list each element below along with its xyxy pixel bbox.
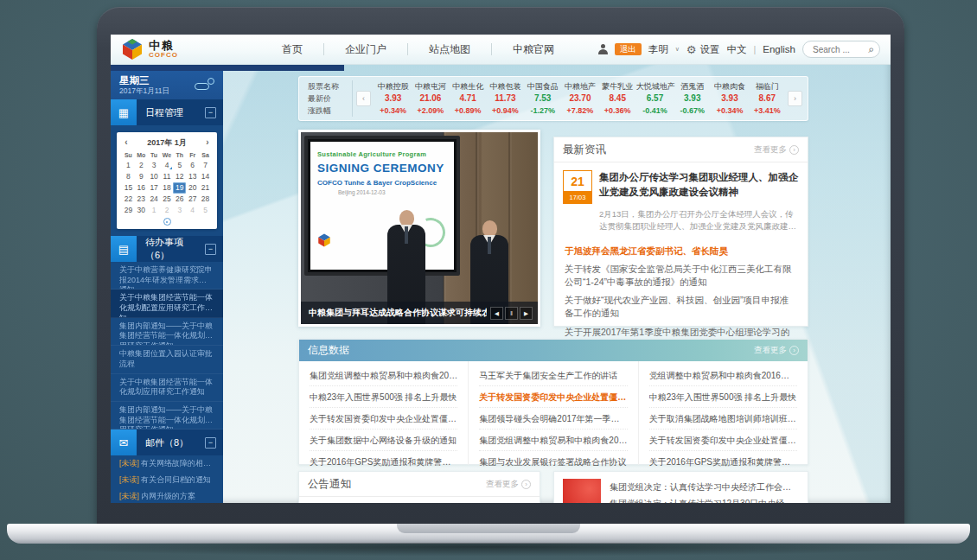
presentation-screen: Sustainable Agriculture Program SIGNING … bbox=[304, 136, 460, 276]
calendar-day[interactable]: 26 bbox=[173, 194, 186, 205]
party-link[interactable]: 集团党组决定：认真传达学习中央经济工作会议和中央农村工作委员会... bbox=[610, 479, 799, 495]
user-name[interactable]: 李明 bbox=[648, 43, 668, 56]
info-link[interactable]: 关于2016年GPS奖励通报和黄牌警告单位的决定 bbox=[310, 451, 457, 472]
todo-item[interactable]: 中粮集团位置入园认证审批流程 bbox=[111, 346, 223, 373]
calendar-day[interactable]: 30 bbox=[135, 205, 148, 216]
calendar-day-selected[interactable]: 19 bbox=[173, 182, 186, 194]
settings-label[interactable]: 设置 bbox=[699, 43, 719, 56]
carousel-caption[interactable]: 中粮集团与拜耳达成战略合作协议谋求可持续农业发展 bbox=[309, 307, 487, 319]
calendar-day[interactable]: 7 bbox=[199, 160, 212, 171]
info-link[interactable]: 党组调整中粮贸易和中粮肉食2016年度预算 bbox=[649, 365, 797, 386]
todo-item[interactable]: 关于中粮营养健康研究院申报2014年研发管理需求的通知 bbox=[111, 262, 223, 290]
cofco-logo[interactable]: 中粮 COFCO bbox=[121, 38, 178, 60]
calendar-day[interactable]: 15 bbox=[122, 182, 135, 194]
menu-item-official-site[interactable]: 中粮官网 bbox=[491, 43, 575, 55]
todo-item-selected[interactable]: 关于中粮集团经营节能一体化规划配置应用研究工作通知 bbox=[111, 290, 223, 317]
party-link[interactable]: 集团党组决定：认真传达学习12月30日中央经济工作会议学习记录... bbox=[610, 495, 799, 503]
calendar-day[interactable]: 16 bbox=[135, 182, 148, 194]
todo-item[interactable]: 集团内部通知——关于中粮集团经营节能一体化规划应用研究工作通知 bbox=[111, 402, 223, 430]
carousel-prev-button[interactable]: ◀ bbox=[490, 307, 503, 320]
todo-item[interactable]: 集团内部通知——关于中粮集团经营节能一体化规划应用研究工作通知 bbox=[111, 318, 223, 346]
calendar-day[interactable]: 10 bbox=[148, 171, 161, 182]
collapse-mail-button[interactable]: − bbox=[205, 437, 216, 449]
info-link[interactable]: 关于转发国资委印发中央企业处置僵尸企业和开展特... bbox=[310, 408, 457, 430]
calendar-day-muted[interactable]: 1 bbox=[148, 205, 161, 216]
logout-button[interactable]: 退出 bbox=[615, 43, 642, 55]
menu-item-portal[interactable]: 企业门户 bbox=[323, 43, 407, 55]
calendar-day[interactable]: 17 bbox=[148, 182, 161, 194]
news-more-link[interactable]: 查看更多› bbox=[754, 144, 799, 156]
carousel-pause-button[interactable]: ‖ bbox=[505, 307, 518, 320]
calendar-day[interactable]: 8 bbox=[122, 171, 135, 182]
info-link[interactable]: 关于集团数据中心网络设备升级的通知 bbox=[310, 430, 457, 451]
calendar-today-icon[interactable] bbox=[163, 218, 171, 226]
news-link[interactable]: 关于做好“现代农业产业园、科技园、创业园”项目申报准备工作的通知 bbox=[565, 294, 797, 320]
ticker-next-button[interactable]: › bbox=[788, 91, 802, 106]
calendar-next-button[interactable]: › bbox=[203, 137, 212, 148]
calendar-day[interactable]: 1 bbox=[122, 160, 135, 171]
ticker-label-name: 股票名称 bbox=[308, 80, 352, 92]
calendar-day[interactable]: 3 bbox=[148, 160, 161, 171]
ticker-prev-button[interactable]: ‹ bbox=[356, 91, 371, 106]
calendar-day[interactable]: 21 bbox=[199, 182, 212, 194]
stock-item: 蒙牛乳业8.45+0.36% bbox=[599, 80, 636, 117]
info-link[interactable]: 集团党组调整中粮贸易和中粮肉食2016年度预算 bbox=[479, 430, 627, 451]
calendar-day[interactable]: 11 bbox=[161, 171, 174, 182]
collapse-todo-button[interactable]: − bbox=[205, 244, 216, 255]
info-link-highlight[interactable]: 关于转发国资委印发中央企业处置僵尸企业和开展特... bbox=[479, 386, 627, 408]
mail-item[interactable]: [未读]有关网络故障的相关事宜 bbox=[111, 455, 223, 472]
calendar-day[interactable]: 18 bbox=[161, 182, 174, 194]
mail-item[interactable]: [未读]有关合同归档的通知 bbox=[111, 472, 223, 488]
news-link[interactable]: 关于转发《国家安全监管总局关于中化江西三美化工有限公司“1-24”中毒事故的通报… bbox=[565, 263, 797, 289]
calendar-day[interactable]: 2 bbox=[135, 160, 148, 171]
menu-item-sitemap[interactable]: 站点地图 bbox=[407, 43, 491, 55]
info-link[interactable]: 关于取消集团战略地图培训师培训班的通知 bbox=[649, 408, 797, 430]
menu-item-home[interactable]: 首页 bbox=[261, 43, 323, 55]
collapse-schedule-button[interactable]: − bbox=[205, 107, 216, 118]
info-link[interactable]: 集团领导碰头会明确2017年第一季度工作 bbox=[479, 408, 627, 430]
info-link[interactable]: 中粮23年入围世界500强 排名上升最快 bbox=[310, 386, 457, 408]
calendar-day[interactable]: 6 bbox=[186, 160, 199, 171]
notice-more-link[interactable]: 查看更多› bbox=[486, 479, 531, 490]
calendar-day[interactable]: 27 bbox=[186, 194, 199, 205]
gear-icon[interactable]: ⚙ bbox=[686, 44, 697, 55]
stock-ticker: 股票名称 最新价 涨跌幅 ‹ 中粮控股3.93+0.34% 中粮屯河21.06+… bbox=[298, 76, 808, 121]
todo-item[interactable]: 关于中粮集团经营节能一体化规划应用研究工作通知 bbox=[111, 374, 223, 402]
calendar-day-muted[interactable]: 3 bbox=[173, 205, 186, 216]
info-link[interactable]: 中粮23年入围世界500强 排名上升最快 bbox=[649, 386, 797, 408]
calendar-day[interactable]: 14 bbox=[199, 171, 212, 182]
calendar-prev-button[interactable]: ‹ bbox=[122, 137, 131, 148]
featured-news-title[interactable]: 集团办公厅传达学习集团职业经理人、加强企业党建及党风廉政建设会议精神 bbox=[599, 170, 799, 204]
calendar-day[interactable]: 28 bbox=[199, 194, 212, 205]
calendar-day[interactable]: 25 bbox=[161, 194, 174, 205]
info-link[interactable]: 集团与农业发展银行签署战略合作协议 bbox=[479, 451, 627, 472]
calendar-day[interactable]: 9 bbox=[135, 171, 148, 182]
calendar-day-muted[interactable]: 4 bbox=[186, 205, 199, 216]
calendar-day[interactable]: 12 bbox=[173, 171, 186, 182]
info-more-link[interactable]: 查看更多› bbox=[754, 345, 799, 356]
calendar-day[interactable]: 22 bbox=[122, 194, 135, 205]
calendar-day[interactable]: 20 bbox=[186, 182, 199, 194]
calendar-day[interactable]: 29 bbox=[122, 205, 135, 216]
info-link[interactable]: 马王军关于集团安全生产工作的讲话 bbox=[479, 365, 627, 386]
lang-en[interactable]: English bbox=[763, 44, 795, 54]
calendar-day[interactable]: 13 bbox=[186, 171, 199, 182]
chevron-down-icon[interactable]: ∨ bbox=[675, 46, 680, 53]
calendar-day-muted[interactable]: 2 bbox=[161, 205, 174, 216]
carousel-next-button[interactable]: ▶ bbox=[520, 307, 533, 320]
calendar-day-muted[interactable]: 5 bbox=[199, 205, 212, 216]
news-carousel[interactable]: Sustainable Agriculture Program SIGNING … bbox=[298, 130, 540, 327]
calendar-day[interactable]: 23 bbox=[135, 194, 148, 205]
info-link[interactable]: 关于2016年GPS奖励通报和黄牌警告单位的决定 bbox=[649, 451, 797, 472]
calendar-day[interactable]: 5 bbox=[173, 160, 186, 171]
search-input[interactable] bbox=[811, 44, 865, 55]
search-box[interactable]: ⌕ bbox=[802, 41, 880, 58]
news-link-highlight[interactable]: 于旭波拜会黑龙江省委副书记、省长陆昊 bbox=[565, 245, 797, 258]
calendar-day-with-event[interactable]: 4 bbox=[161, 160, 174, 171]
info-link[interactable]: 关于转发国资委印发中央企业处置僵尸企业和开展特... bbox=[649, 430, 797, 451]
lang-zh[interactable]: 中文 bbox=[726, 43, 746, 56]
info-link[interactable]: 集团党组调整中粮贸易和中粮肉食2016年度预算 bbox=[310, 365, 457, 386]
mail-item[interactable]: [未读]内网升级的方案 bbox=[111, 488, 223, 503]
search-icon[interactable]: ⌕ bbox=[868, 44, 874, 54]
calendar-day[interactable]: 24 bbox=[148, 194, 161, 205]
